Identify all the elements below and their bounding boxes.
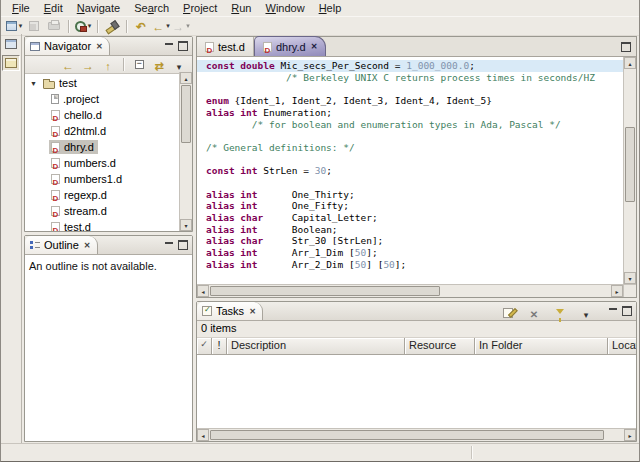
close-icon[interactable]: ✕ <box>96 42 103 51</box>
save-button <box>24 18 44 34</box>
tree-item-d2html-d[interactable]: d2html.d <box>25 123 192 139</box>
back-dropdown-icon[interactable]: ▾ <box>166 22 170 30</box>
scroll-right-icon[interactable]: ▸ <box>611 285 623 297</box>
new-task-button[interactable] <box>498 305 518 321</box>
navigator-icon <box>30 42 40 51</box>
open-perspective-button[interactable] <box>2 36 20 52</box>
forward-button[interactable] <box>79 57 97 72</box>
link-with-editor-button[interactable] <box>150 57 168 72</box>
maximize-icon[interactable] <box>622 306 632 316</box>
column-header-priority[interactable]: ! <box>212 338 227 355</box>
new-wizard-button[interactable]: ▾ <box>4 18 24 34</box>
scroll-up-icon[interactable]: ▴ <box>180 72 192 84</box>
external-tools-dropdown-icon[interactable]: ▾ <box>88 22 92 30</box>
search-button[interactable] <box>102 18 122 34</box>
tree-item--project[interactable]: .project <box>25 91 192 107</box>
filter-button[interactable] <box>550 305 570 321</box>
tasks-horizontal-scrollbar[interactable]: ◂ ▸ <box>197 428 636 441</box>
code-line: alias char Str_30 [StrLen]; <box>206 235 623 247</box>
scroll-thumb[interactable] <box>625 127 635 202</box>
forward-dropdown-icon[interactable]: ▾ <box>186 22 190 30</box>
scroll-down-icon[interactable]: ▾ <box>624 272 636 284</box>
menu-project[interactable]: Project <box>176 1 224 15</box>
tree-item-numbers-d[interactable]: numbers.d <box>25 155 192 171</box>
statusbar <box>1 443 639 461</box>
tree-item-regexp-d[interactable]: regexp.d <box>25 187 192 203</box>
minimize-icon[interactable] <box>165 42 173 50</box>
back-button[interactable]: ▾ <box>151 18 171 34</box>
scrollbar-corner <box>623 284 636 297</box>
back-button[interactable] <box>59 57 77 72</box>
resource-perspective-button[interactable] <box>2 55 20 71</box>
column-header-resource[interactable]: Resource <box>405 338 475 355</box>
menu-file[interactable]: File <box>5 1 37 15</box>
minimize-icon[interactable] <box>609 307 617 315</box>
tree-item-dhry-d[interactable]: dhry.d <box>25 139 192 155</box>
tree-item-label: test.d <box>64 221 91 231</box>
close-icon[interactable]: ✕ <box>84 241 91 250</box>
menu-search[interactable]: Search <box>127 1 176 15</box>
tab-outline[interactable]: Outline ✕ <box>25 236 98 254</box>
close-icon[interactable]: ✕ <box>311 42 318 51</box>
tree-item-inner: chello.d <box>49 108 106 122</box>
editor-horizontal-scrollbar[interactable]: ◂ ▸ <box>197 284 623 297</box>
editor-tab-test-d[interactable]: test.d <box>197 37 254 56</box>
column-header-location[interactable]: Location <box>608 338 636 355</box>
column-header-in-folder[interactable]: In Folder <box>475 338 608 355</box>
up-button[interactable] <box>99 57 117 72</box>
external-tools-button[interactable]: ▾ <box>73 18 93 34</box>
maximize-icon[interactable] <box>178 240 188 250</box>
code-area[interactable]: const double Mic_secs_Per_Second = 1_000… <box>197 57 623 284</box>
scroll-thumb[interactable] <box>210 430 604 440</box>
scroll-thumb[interactable] <box>181 85 191 143</box>
collapse-all-button[interactable] <box>130 57 148 72</box>
view-menu-icon <box>584 304 589 322</box>
d-file-icon <box>205 42 214 52</box>
maximize-icon[interactable] <box>621 42 631 52</box>
navigator-tree[interactable]: ▼test.projectchello.dd2html.ddhry.dnumbe… <box>25 74 192 231</box>
tab-tasks[interactable]: Tasks ✕ <box>197 302 263 320</box>
editor-tab-dhry-d[interactable]: dhry.d✕ <box>254 36 326 56</box>
tab-navigator[interactable]: Navigator ✕ <box>25 37 110 55</box>
menu-window[interactable]: Window <box>258 1 311 15</box>
scroll-thumb[interactable] <box>210 286 440 296</box>
editor-vertical-scrollbar[interactable]: ▴ ▾ <box>623 57 636 284</box>
scroll-right-icon[interactable]: ▸ <box>624 429 636 441</box>
menu-run[interactable]: Run <box>224 1 258 15</box>
scroll-left-icon[interactable]: ◂ <box>197 285 209 297</box>
tree-item-chello-d[interactable]: chello.d <box>25 107 192 123</box>
last-edit-location-button[interactable] <box>131 18 151 34</box>
d-file-icon <box>51 126 60 136</box>
tree-item-test-d[interactable]: test.d <box>25 219 192 231</box>
menu-navigate[interactable]: Navigate <box>70 1 127 15</box>
tasks-table-body[interactable] <box>197 355 636 428</box>
tree-item-stream-d[interactable]: stream.d <box>25 203 192 219</box>
minimize-icon[interactable] <box>165 241 173 249</box>
scroll-left-icon[interactable]: ◂ <box>197 429 209 441</box>
tree-item-inner: d2html.d <box>49 124 110 138</box>
toolbar-separator <box>68 20 69 33</box>
resource-perspective-icon <box>5 58 17 68</box>
navigator-scrollbar[interactable]: ▴ ▾ <box>179 72 192 231</box>
scroll-down-icon[interactable]: ▾ <box>180 219 192 231</box>
new-wizard-icon <box>6 21 17 31</box>
view-menu-button[interactable] <box>170 57 188 72</box>
maximize-icon[interactable] <box>178 41 188 51</box>
delete-button[interactable] <box>524 305 544 321</box>
scroll-up-icon[interactable]: ▴ <box>624 57 636 69</box>
tree-item-numbers1-d[interactable]: numbers1.d <box>25 171 192 187</box>
tree-item-test[interactable]: ▼test <box>25 75 192 91</box>
menu-help[interactable]: Help <box>312 1 349 15</box>
view-menu-icon <box>177 56 182 74</box>
outline-message: An outline is not available. <box>25 255 192 277</box>
tasks-view: Tasks ✕ 0 items ✓!DescriptionResourceIn … <box>196 301 637 442</box>
tree-item-inner: numbers.d <box>49 156 120 170</box>
column-header-complete[interactable]: ✓ <box>197 338 212 355</box>
column-header-description[interactable]: Description <box>227 338 405 355</box>
view-menu-button[interactable] <box>576 305 596 321</box>
close-icon[interactable]: ✕ <box>249 307 256 316</box>
tree-item-inner: numbers1.d <box>49 172 126 186</box>
menu-edit[interactable]: Edit <box>37 1 70 15</box>
expander-icon[interactable]: ▼ <box>29 80 38 87</box>
new-wizard-dropdown-icon[interactable]: ▾ <box>19 22 23 30</box>
